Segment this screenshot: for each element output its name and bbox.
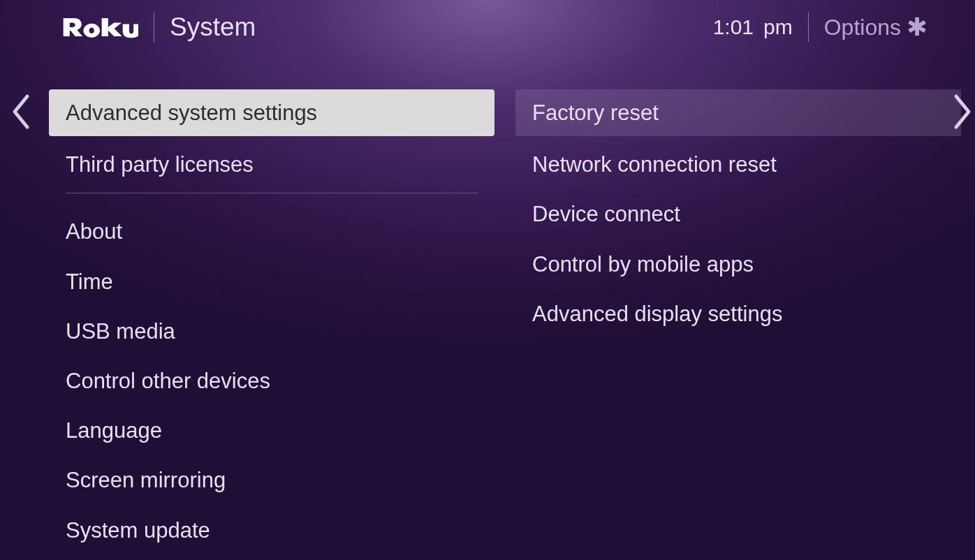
right-panel: Factory reset Network connection reset D…	[515, 89, 961, 560]
left-panel: Advanced system settings Third party lic…	[49, 89, 494, 560]
menu-item-about[interactable]: About	[49, 210, 494, 253]
menu-item-usb-media[interactable]: USB media	[49, 310, 494, 353]
menu-item-language[interactable]: Language	[49, 409, 494, 452]
chevron-right-icon[interactable]	[951, 92, 974, 138]
menu-divider	[66, 193, 478, 193]
header-right: 1:01 pm Options ✱	[713, 13, 928, 42]
submenu-item-factory-reset[interactable]: Factory reset	[515, 89, 961, 136]
menu-item-third-party-licenses[interactable]: Third party licenses	[49, 143, 494, 186]
page-title: System	[170, 13, 256, 42]
submenu-item-control-by-mobile-apps[interactable]: Control by mobile apps	[515, 243, 961, 286]
header-left: System	[61, 13, 256, 42]
header-divider	[154, 13, 154, 42]
submenu-item-device-connect[interactable]: Device connect	[515, 193, 961, 235]
submenu-item-network-connection-reset[interactable]: Network connection reset	[515, 143, 961, 186]
options-button[interactable]: Options ✱	[824, 15, 928, 40]
menu-item-control-other-devices[interactable]: Control other devices	[49, 360, 494, 402]
options-text: Options	[824, 15, 901, 40]
menu-item-screen-mirroring[interactable]: Screen mirroring	[49, 459, 494, 501]
submenu-item-advanced-display-settings[interactable]: Advanced display settings	[515, 293, 961, 335]
header-divider-right	[808, 13, 809, 42]
clock-period: pm	[763, 15, 793, 39]
chevron-left-icon[interactable]	[10, 92, 32, 138]
asterisk-icon: ✱	[907, 15, 928, 40]
clock: 1:01 pm	[713, 15, 793, 39]
menu-item-advanced-system-settings[interactable]: Advanced system settings	[49, 89, 494, 136]
roku-logo	[61, 14, 138, 40]
header: System 1:01 pm Options ✱	[0, 0, 975, 42]
content: Advanced system settings Third party lic…	[0, 89, 975, 560]
menu-item-time[interactable]: Time	[49, 260, 494, 303]
menu-item-system-update[interactable]: System update	[49, 509, 494, 552]
clock-time: 1:01	[713, 15, 754, 39]
